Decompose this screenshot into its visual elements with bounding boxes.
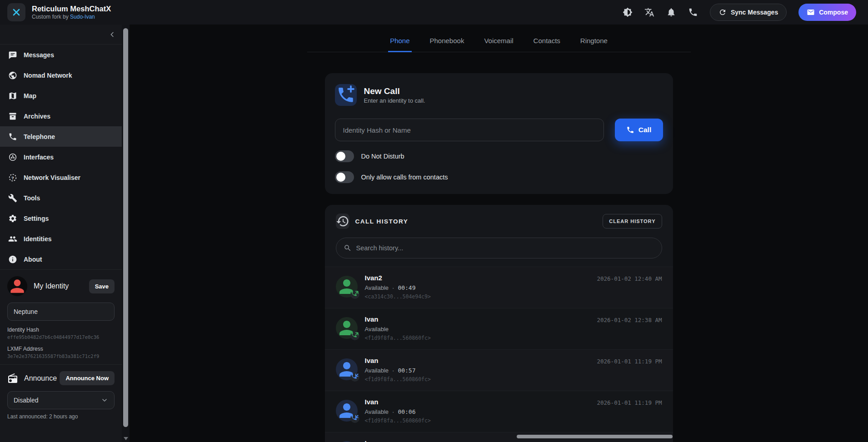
bell-icon[interactable] xyxy=(666,7,676,17)
contact-hash: <f1d9f8fa...560860fc> xyxy=(365,417,662,424)
main-content: PhonePhonebookVoicemailContactsRingtone … xyxy=(130,25,868,442)
sidebar-nav: MessagesNomad NetworkMapArchivesTelephon… xyxy=(0,45,122,269)
announce-now-button[interactable]: Announce Now xyxy=(60,371,115,385)
call-history-row[interactable]: Ivan Available·00:57 <f1d9f8fa...560860f… xyxy=(325,349,673,391)
tab-phonebook[interactable]: Phonebook xyxy=(428,37,466,52)
envelope-icon xyxy=(807,8,815,16)
tab-contacts[interactable]: Contacts xyxy=(532,37,562,52)
phone-icon[interactable] xyxy=(688,7,698,17)
contact-hash: <ca314c30...504e94c9> xyxy=(365,293,662,300)
history-search xyxy=(336,238,662,258)
call-history-row[interactable]: Ivan Available· <f1d9f8fa...560860fc> 20… xyxy=(325,308,673,349)
refresh-icon xyxy=(718,8,727,16)
phone-icon xyxy=(8,132,17,141)
search-icon xyxy=(344,244,352,252)
call-timestamp: 2026-01-01 11:19 PM xyxy=(597,399,662,406)
outgoing-call-icon xyxy=(350,290,359,299)
app-title: Reticulum MeshChatX xyxy=(32,5,111,14)
compose-button[interactable]: Compose xyxy=(798,4,856,21)
sidebar-scrollbar-thumb[interactable] xyxy=(123,28,128,427)
call-history-row[interactable]: Ivan Available·00:06 <f1d9f8fa...560860f… xyxy=(325,391,673,432)
call-direction-badge xyxy=(350,372,359,382)
lxmf-address-value: 3e7e2e37621635587fb83a381c71c2f9 xyxy=(7,353,115,359)
sidebar-item-archives[interactable]: Archives xyxy=(0,106,122,126)
clear-history-button[interactable]: CLEAR HISTORY xyxy=(603,214,662,228)
call-meta: Available·00:49 xyxy=(365,284,662,291)
sidebar-item-identities[interactable]: Identities xyxy=(0,228,122,249)
sidebar-scrollbar[interactable] xyxy=(122,25,130,442)
my-identity-title: My Identity xyxy=(34,282,69,290)
top-bar: Reticulum MeshChatX Custom fork by Sudo-… xyxy=(0,0,868,25)
toggle-switch[interactable] xyxy=(335,171,354,183)
contact-hash: <f1d9f8fa...560860fc> xyxy=(365,335,662,341)
sidebar-item-telephone[interactable]: Telephone xyxy=(0,126,122,147)
new-call-card: New Call Enter an identity to call. Call… xyxy=(325,73,673,194)
people-icon xyxy=(8,234,17,243)
brightness-icon[interactable] xyxy=(623,7,633,17)
tab-phone[interactable]: Phone xyxy=(388,37,411,52)
chevron-down-icon xyxy=(101,397,108,404)
history-search-input[interactable] xyxy=(356,244,654,252)
announce-interval-select[interactable]: Disabled xyxy=(7,391,115,409)
translate-icon[interactable] xyxy=(644,7,654,17)
call-history-card: CALL HISTORY CLEAR HISTORY Ivan2 Availab… xyxy=(325,205,673,442)
call-history-title: CALL HISTORY xyxy=(355,218,409,225)
announce-title: Announce xyxy=(24,374,57,382)
horizontal-scrollbar-thumb[interactable] xyxy=(517,435,673,438)
map-icon xyxy=(8,91,17,100)
call-timestamp: 2026-01-02 12:38 AM xyxy=(597,317,662,323)
sidebar-item-tools[interactable]: Tools xyxy=(0,188,122,208)
outgoing-call-icon xyxy=(350,331,359,340)
call-timestamp: 2026-01-02 12:40 AM xyxy=(597,275,662,282)
radio-icon xyxy=(7,373,18,384)
sidebar-item-nomad-network[interactable]: Nomad Network xyxy=(0,65,122,85)
new-call-title: New Call xyxy=(364,86,425,96)
sidebar-item-about[interactable]: About xyxy=(0,249,122,269)
contact-avatar xyxy=(336,317,358,339)
sidebar: MessagesNomad NetworkMapArchivesTelephon… xyxy=(0,25,122,442)
my-identity-avatar xyxy=(7,276,27,296)
new-call-icon-box xyxy=(335,84,357,106)
info-icon xyxy=(8,255,17,264)
sidebar-item-network-visualiser[interactable]: ?Network Visualiser xyxy=(0,167,122,188)
scrollbar-down-arrow[interactable] xyxy=(124,437,128,440)
identity-name-input[interactable] xyxy=(7,303,115,321)
person-icon xyxy=(7,276,27,296)
sidebar-item-map[interactable]: Map xyxy=(0,85,122,106)
identity-hash-label: Identity Hash xyxy=(7,327,115,333)
contact-hash: <f1d9f8fa...560860fc> xyxy=(365,376,662,382)
incoming-call-icon xyxy=(350,372,359,382)
tab-ringtone[interactable]: Ringtone xyxy=(579,37,609,52)
toggle-label: Only allow calls from contacts xyxy=(361,174,448,181)
sidebar-item-settings[interactable]: Settings xyxy=(0,208,122,228)
app-logo[interactable] xyxy=(7,3,25,21)
globe-icon xyxy=(8,71,17,80)
toggle-switch[interactable] xyxy=(335,150,354,162)
clock-history-icon xyxy=(336,214,349,229)
last-announced-text: Last announced: 2 hours ago xyxy=(7,413,115,420)
sidebar-item-interfaces[interactable]: Interfaces xyxy=(0,147,122,167)
toggle-label: Do Not Disturb xyxy=(361,153,404,160)
call-direction-badge xyxy=(350,414,359,423)
visualiser-icon: ? xyxy=(8,173,17,182)
chat-icon xyxy=(8,50,17,60)
sync-messages-button[interactable]: Sync Messages xyxy=(710,4,787,21)
lxmf-address-label: LXMF Address xyxy=(7,346,115,352)
call-history-row[interactable]: Ivan2 Available·00:49 <ca314c30...504e94… xyxy=(325,267,673,308)
call-meta: Available·00:06 xyxy=(365,408,662,415)
svg-text:?: ? xyxy=(11,175,14,180)
archive-icon xyxy=(8,112,17,121)
sidebar-item-messages[interactable]: Messages xyxy=(0,45,122,65)
history-icon-box xyxy=(336,214,349,229)
call-meta: Available· xyxy=(365,326,662,333)
fork-author-link[interactable]: Sudo-Ivan xyxy=(70,14,95,20)
save-button[interactable]: Save xyxy=(89,279,115,293)
call-meta: Available·00:57 xyxy=(365,367,662,374)
phone-plus-icon xyxy=(335,84,357,106)
call-button[interactable]: Call xyxy=(615,119,663,141)
tab-voicemail[interactable]: Voicemail xyxy=(482,37,515,52)
identity-call-input[interactable] xyxy=(335,119,604,141)
collapse-sidebar-icon[interactable] xyxy=(108,30,116,39)
new-call-subtitle: Enter an identity to call. xyxy=(364,97,425,104)
wrench-icon xyxy=(8,194,17,203)
